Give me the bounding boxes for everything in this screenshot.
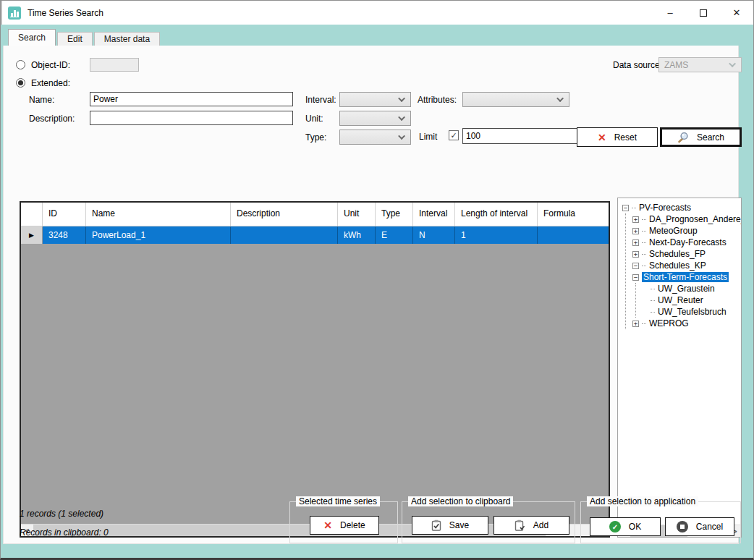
tree-expand-icon[interactable]: + [632, 228, 639, 234]
cell-unit[interactable]: kWh [338, 226, 376, 244]
data-source-value: ZAMS [664, 60, 688, 70]
search-icon [677, 132, 689, 143]
attributes-label: Attributes: [418, 95, 457, 105]
time-series-search-window: Time Series Search – ✕ Search Edit Maste… [0, 0, 754, 560]
chevron-down-icon [398, 114, 405, 121]
records-summary: 1 records (1 selected) [20, 509, 103, 519]
maximize-icon [700, 9, 707, 17]
table-row[interactable]: ▶ 3248 PowerLoad_1 kWh E N 1 [21, 226, 609, 244]
chevron-down-icon [729, 60, 736, 67]
tree-item[interactable]: − Schedules_KP [632, 260, 741, 271]
unit-label: Unit: [305, 114, 323, 124]
title-bar: Time Series Search – ✕ [1, 1, 753, 25]
chevron-down-icon [398, 132, 405, 140]
unit-combo[interactable] [339, 111, 411, 126]
ok-check-icon: ✓ [609, 521, 621, 533]
maximize-button[interactable] [687, 1, 720, 25]
cell-interval[interactable]: N [413, 226, 455, 244]
tree-expand-icon[interactable]: + [632, 239, 639, 246]
limit-input[interactable] [463, 129, 581, 143]
close-button[interactable]: ✕ [720, 1, 753, 25]
minimize-button[interactable]: – [653, 1, 687, 25]
cell-id[interactable]: 3248 [43, 226, 86, 244]
reset-button[interactable]: ✕ Reset [577, 127, 658, 147]
tree-item[interactable]: UW_Teufelsbruch [651, 306, 741, 318]
add-button[interactable]: Add [494, 516, 569, 535]
tree-expand-icon[interactable]: + [632, 251, 639, 258]
tab-master-data[interactable]: Master data [94, 32, 160, 46]
chevron-down-icon [398, 95, 405, 102]
tree-expand-icon[interactable]: + [632, 321, 639, 327]
tree-expand-icon[interactable]: − [632, 263, 639, 269]
reset-x-icon: ✕ [598, 132, 606, 143]
clipboard-summary: Records in clipboard: 0 [20, 527, 109, 538]
tree-item[interactable]: − PV-Forecasts [622, 202, 741, 213]
col-id[interactable]: ID [43, 203, 86, 226]
current-row-pointer-icon: ▶ [21, 226, 43, 244]
table-header-row: ID Name Description Unit Type Interval L… [21, 203, 609, 226]
limit-checkbox[interactable]: ✓ [449, 130, 459, 140]
clipboard-group-label: Add selection to clipboard [408, 496, 513, 506]
col-unit[interactable]: Unit [338, 203, 376, 226]
col-interval[interactable]: Interval [413, 203, 455, 226]
add-clipboard-icon [514, 519, 525, 531]
app-chart-icon [8, 7, 21, 20]
tree-item[interactable]: + MeteoGroup [632, 225, 741, 237]
interval-combo[interactable] [339, 92, 411, 107]
row-header-column [21, 203, 43, 226]
extended-radio[interactable] [16, 78, 25, 88]
col-description[interactable]: Description [231, 203, 338, 226]
description-label: Description: [29, 114, 75, 124]
col-formula[interactable]: Formula [538, 203, 609, 226]
window-title: Time Series Search [27, 8, 103, 18]
type-combo[interactable] [339, 130, 411, 145]
tree-item[interactable]: + DA_Prognosen_Andere_ [632, 213, 741, 225]
tab-search[interactable]: Search [8, 29, 56, 46]
cell-formula[interactable] [538, 226, 609, 244]
cell-type[interactable]: E [376, 226, 413, 244]
tree-item-selected[interactable]: − Short-Term-Forecasts [632, 271, 741, 283]
data-source-combo[interactable]: ZAMS [658, 57, 742, 72]
extended-label: Extended: [31, 78, 70, 88]
description-input[interactable] [90, 111, 293, 125]
tree-item[interactable]: + Schedules_FP [632, 248, 741, 260]
name-input[interactable] [90, 92, 293, 106]
selected-time-series-label: Selected time series [296, 496, 380, 506]
object-id-label: Object-ID: [31, 60, 70, 70]
selected-time-series-group: Selected time series ✕ Delete [289, 501, 398, 543]
col-type[interactable]: Type [376, 203, 413, 226]
tree-item[interactable]: UW_Graustein [651, 283, 741, 294]
tree-item[interactable]: UW_Reuter [651, 294, 741, 306]
col-length-of-interval[interactable]: Length of interval [455, 203, 538, 226]
cancel-button[interactable]: Cancel [665, 517, 734, 536]
tree-item[interactable]: + WEPROG [632, 318, 741, 329]
cell-description[interactable] [231, 226, 338, 244]
search-button[interactable]: Search [660, 127, 742, 147]
limit-spinner[interactable]: ▲ ▼ [462, 128, 577, 144]
tab-edit[interactable]: Edit [57, 32, 93, 46]
type-label: Type: [305, 132, 326, 143]
tree-expand-icon[interactable]: + [632, 216, 639, 223]
cell-name[interactable]: PowerLoad_1 [86, 226, 231, 244]
object-id-radio[interactable] [16, 60, 25, 69]
tree-collapse-icon[interactable]: − [632, 274, 639, 281]
forecast-tree-panel: − PV-Forecasts + DA_Prognosen_Andere_ + … [617, 198, 742, 538]
delete-x-icon: ✕ [323, 520, 332, 530]
col-name[interactable]: Name [86, 203, 231, 226]
save-button[interactable]: Save [412, 516, 488, 535]
cancel-stop-icon [677, 521, 688, 533]
tree-item[interactable]: + Next-Day-Forecasts [632, 237, 741, 248]
forecast-tree: − PV-Forecasts + DA_Prognosen_Andere_ + … [618, 198, 741, 329]
data-source-label: Data source: [613, 60, 662, 70]
cell-length-of-interval[interactable]: 1 [455, 226, 538, 244]
attributes-combo[interactable] [462, 92, 569, 107]
delete-button[interactable]: ✕ Delete [310, 516, 379, 535]
limit-label: Limit [419, 132, 437, 142]
results-table: ID Name Description Unit Type Interval L… [20, 201, 610, 538]
tree-collapse-icon[interactable]: − [622, 205, 629, 211]
application-group-label: Add selection to application [587, 496, 698, 506]
application-group: Add selection to application ✓ OK Cancel [580, 501, 741, 543]
tab-strip: Search Edit Master data [8, 29, 161, 46]
ok-button[interactable]: ✓ OK [590, 517, 661, 536]
object-id-input[interactable] [90, 58, 139, 72]
